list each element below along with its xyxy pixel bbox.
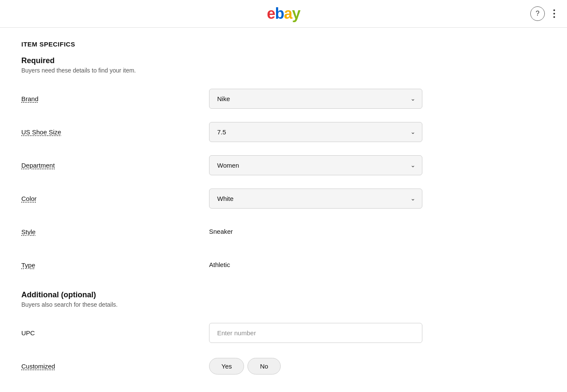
- department-label: Department: [21, 162, 209, 169]
- style-row: Style Sneaker: [21, 219, 448, 244]
- customized-label: Customized: [21, 363, 209, 370]
- upc-row: UPC: [21, 320, 448, 346]
- dot-3: [553, 16, 555, 18]
- color-control: White Black Red Blue Green Pink ⌄: [209, 189, 422, 209]
- section-title: ITEM SPECIFICS: [21, 41, 448, 48]
- us-shoe-size-row: US Shoe Size 6 6.5 7 7.5 8 8.5 9 9.5 10 …: [21, 119, 448, 145]
- upc-control: [209, 323, 422, 343]
- required-section: Required Buyers need these details to fi…: [21, 56, 448, 278]
- required-description: Buyers need these details to find your i…: [21, 67, 448, 74]
- upc-label: UPC: [21, 329, 209, 337]
- header: ebay ?: [0, 0, 567, 28]
- additional-section: Additional (optional) Buyers also search…: [21, 290, 448, 379]
- logo-a: a: [284, 5, 292, 22]
- ebay-logo: ebay: [267, 6, 300, 21]
- us-shoe-size-select[interactable]: 6 6.5 7 7.5 8 8.5 9 9.5 10: [209, 122, 422, 142]
- brand-label: Brand: [21, 95, 209, 102]
- dot-2: [553, 13, 555, 15]
- department-select-wrapper: Women Men Boys Girls Unisex ⌄: [209, 155, 422, 175]
- color-select-wrapper: White Black Red Blue Green Pink ⌄: [209, 189, 422, 209]
- brand-select-wrapper: Nike Adidas New Balance Puma Reebok ⌄: [209, 89, 422, 109]
- customized-yes-button[interactable]: Yes: [209, 358, 244, 375]
- upc-input[interactable]: [209, 323, 422, 343]
- dot-1: [553, 9, 555, 11]
- customized-row: Customized Yes No: [21, 353, 448, 379]
- customized-control: Yes No: [209, 358, 422, 375]
- help-button[interactable]: ?: [530, 6, 545, 21]
- department-select[interactable]: Women Men Boys Girls Unisex: [209, 155, 422, 175]
- type-control: Athletic: [209, 261, 422, 269]
- style-label: Style: [21, 228, 209, 235]
- us-shoe-size-label: US Shoe Size: [21, 128, 209, 136]
- brand-select[interactable]: Nike Adidas New Balance Puma Reebok: [209, 89, 422, 109]
- logo-b: b: [275, 5, 284, 22]
- type-value: Athletic: [209, 261, 230, 268]
- color-row: Color White Black Red Blue Green Pink ⌄: [21, 186, 448, 211]
- customized-no-button[interactable]: No: [247, 358, 280, 375]
- us-shoe-size-select-wrapper: 6 6.5 7 7.5 8 8.5 9 9.5 10 ⌄: [209, 122, 422, 142]
- style-control: Sneaker: [209, 228, 422, 235]
- additional-description: Buyers also search for these details.: [21, 301, 448, 308]
- color-select[interactable]: White Black Red Blue Green Pink: [209, 189, 422, 209]
- main-content: ITEM SPECIFICS Required Buyers need thes…: [0, 28, 469, 392]
- brand-control: Nike Adidas New Balance Puma Reebok ⌄: [209, 89, 422, 109]
- brand-row: Brand Nike Adidas New Balance Puma Reebo…: [21, 86, 448, 111]
- us-shoe-size-control: 6 6.5 7 7.5 8 8.5 9 9.5 10 ⌄: [209, 122, 422, 142]
- type-label: Type: [21, 261, 209, 269]
- department-row: Department Women Men Boys Girls Unisex ⌄: [21, 152, 448, 178]
- style-value: Sneaker: [209, 228, 233, 235]
- logo-y: y: [292, 5, 300, 22]
- header-icons: ?: [530, 6, 557, 21]
- required-heading: Required: [21, 56, 448, 65]
- customized-toggle-group: Yes No: [209, 358, 422, 375]
- department-control: Women Men Boys Girls Unisex ⌄: [209, 155, 422, 175]
- logo-e: e: [267, 5, 275, 22]
- more-options-button[interactable]: [552, 8, 557, 20]
- color-label: Color: [21, 195, 209, 202]
- help-icon: ?: [536, 10, 540, 17]
- type-row: Type Athletic: [21, 252, 448, 278]
- additional-heading: Additional (optional): [21, 290, 448, 299]
